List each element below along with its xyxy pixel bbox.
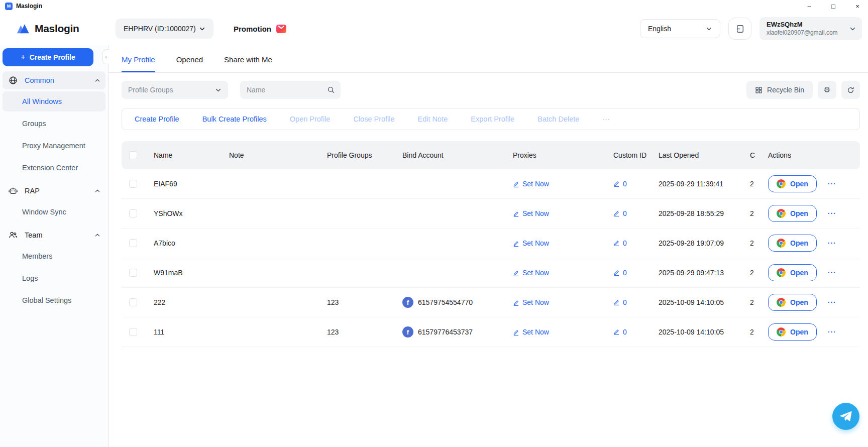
action-edit-note[interactable]: Edit Note (418, 115, 448, 123)
profile-group: 123 (317, 298, 392, 306)
select-all-checkbox[interactable] (129, 151, 137, 159)
column-last-opened: Last Opened (648, 151, 749, 159)
tab-my-profile[interactable]: My Profile (122, 55, 155, 72)
custom-id-edit-link[interactable]: 0 (613, 268, 627, 278)
maximize-button[interactable]: □ (829, 3, 838, 10)
table-row: W91maB f Set Now 0 (122, 258, 860, 288)
sidebar-item-window-sync[interactable]: Window Sync (3, 202, 105, 222)
settings-button[interactable]: ⚙ (818, 81, 836, 99)
set-proxy-link[interactable]: Set Now (513, 269, 549, 277)
column-name: Name (144, 151, 219, 159)
action-create-profile[interactable]: Create Profile (135, 115, 179, 123)
row-more-button[interactable]: ··· (828, 239, 836, 247)
recycle-bin-button[interactable]: Recycle Bin (746, 81, 813, 99)
name-search-input[interactable] (240, 81, 341, 99)
edit-icon (613, 240, 620, 246)
refresh-button[interactable] (841, 81, 860, 99)
action-export-profile[interactable]: Export Profile (471, 115, 514, 123)
row-checkbox[interactable] (129, 239, 137, 247)
column-bind-account: Bind Account (392, 151, 503, 159)
create-profile-button[interactable]: + Create Profile (3, 48, 93, 66)
sidebar-section-team[interactable]: Team (3, 226, 105, 244)
custom-id-edit-link[interactable]: 0 (613, 327, 627, 337)
row-more-button[interactable]: ··· (828, 328, 836, 336)
maslogin-logo-icon (17, 23, 31, 34)
action-bulk-create-profiles[interactable]: Bulk Create Profiles (202, 115, 267, 123)
plus-icon: + (21, 53, 25, 62)
app-logo-icon: M (5, 3, 13, 10)
open-profile-button[interactable]: Open (768, 175, 817, 192)
sidebar-item-groups[interactable]: Groups (3, 114, 105, 134)
column-created-clipped: C (749, 151, 760, 159)
open-profile-button[interactable]: Open (768, 294, 817, 311)
language-selector[interactable]: English (640, 19, 720, 38)
sidebar-item-global-settings[interactable]: Global Settings (3, 290, 105, 310)
chrome-icon (777, 298, 786, 307)
chevron-down-icon (215, 87, 222, 93)
custom-id-edit-link[interactable]: 0 (613, 208, 627, 218)
row-more-button[interactable]: ··· (828, 209, 836, 217)
set-proxy-link[interactable]: Set Now (513, 209, 549, 217)
sidebar-item-proxy-management[interactable]: Proxy Management (3, 136, 105, 156)
action-batch-delete[interactable]: Batch Delete (537, 115, 579, 123)
row-more-button[interactable]: ··· (828, 298, 836, 306)
row-more-button[interactable]: ··· (828, 269, 836, 277)
close-button[interactable]: × (853, 3, 862, 10)
row-checkbox[interactable] (129, 298, 137, 306)
last-opened-value: 2025-10-09 14:10:05 (648, 298, 749, 306)
row-checkbox[interactable] (129, 180, 137, 188)
sidebar-section-rap[interactable]: RAP (3, 182, 105, 200)
sidebar-section-common[interactable]: Common (3, 71, 105, 89)
open-profile-button[interactable]: Open (768, 323, 817, 341)
gear-icon: ⚙ (824, 85, 830, 94)
sidebar-item-all-windows[interactable]: All Windows (3, 91, 105, 111)
action-close-profile[interactable]: Close Profile (353, 115, 394, 123)
custom-id-edit-link[interactable]: 0 (613, 179, 627, 189)
robot-icon (9, 186, 18, 195)
column-note: Note (219, 151, 317, 159)
workspace-selector[interactable]: EHPHRV (ID:1000027) (116, 19, 213, 39)
row-more-button[interactable]: ··· (828, 180, 836, 188)
telegram-button[interactable] (832, 403, 859, 430)
globe-icon (9, 76, 18, 85)
open-profile-button[interactable]: Open (768, 235, 817, 252)
tab-share-with-me[interactable]: Share with Me (224, 55, 272, 72)
set-proxy-link[interactable]: Set Now (513, 180, 549, 188)
document-icon (735, 24, 745, 34)
chevron-down-icon (199, 26, 205, 32)
tab-opened[interactable]: Opened (176, 55, 203, 72)
row-checkbox[interactable] (129, 269, 137, 277)
custom-id-edit-link[interactable]: 0 (613, 297, 627, 307)
brand-name: Maslogin (35, 23, 79, 35)
row-checkbox[interactable] (129, 209, 137, 217)
titlebar: M Maslogin – □ × (0, 0, 868, 12)
edit-icon (513, 329, 519, 336)
app-title: Maslogin (16, 3, 42, 10)
facebook-icon: f (402, 326, 413, 338)
set-proxy-link[interactable]: Set Now (513, 298, 549, 306)
chevron-down-icon (706, 26, 712, 32)
promotion-label: Promotion (234, 25, 271, 33)
action-open-profile[interactable]: Open Profile (290, 115, 331, 123)
set-proxy-link[interactable]: Set Now (513, 328, 549, 336)
set-proxy-link[interactable]: Set Now (513, 239, 549, 247)
sidebar-collapse-handle[interactable]: ‹ (102, 49, 109, 64)
profiles-table: Name Note Profile Groups Bind Account Pr… (122, 141, 860, 347)
last-opened-value: 2025-09-29 11:39:41 (648, 180, 749, 188)
sidebar-item-logs[interactable]: Logs (3, 268, 105, 288)
profile-groups-select[interactable]: Profile Groups (122, 81, 228, 99)
custom-id-edit-link[interactable]: 0 (613, 238, 627, 248)
minimize-button[interactable]: – (805, 3, 814, 10)
promotion-link[interactable]: Promotion (234, 23, 287, 34)
row-checkbox[interactable] (129, 328, 137, 336)
edit-icon (513, 181, 519, 187)
open-profile-button[interactable]: Open (768, 264, 817, 281)
sidebar-item-members[interactable]: Members (3, 246, 105, 266)
open-profile-button[interactable]: Open (768, 205, 817, 222)
account-menu[interactable]: EWzSQhzM xiaofei020907@gmail.com (759, 17, 862, 40)
notes-button[interactable] (728, 18, 751, 40)
table-header: Name Note Profile Groups Bind Account Pr… (122, 141, 860, 169)
action-more[interactable]: ··· (602, 115, 610, 123)
sidebar-item-extension-center[interactable]: Extension Center (3, 158, 105, 178)
bind-account-value: 61579754554770 (418, 298, 473, 306)
